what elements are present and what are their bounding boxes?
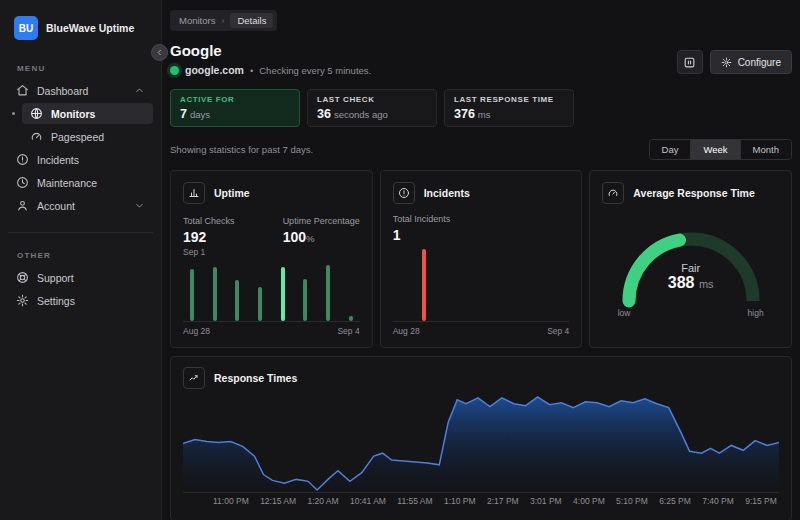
user-icon — [16, 199, 29, 212]
toggle-month[interactable]: Month — [741, 140, 791, 159]
x-axis-tick-label: 10:41 AM — [350, 496, 386, 506]
sidebar-item-label: Support — [37, 272, 74, 284]
metric-value: 192 — [183, 229, 235, 245]
gauge-min-label: low — [618, 308, 631, 318]
card-title: Uptime — [214, 187, 250, 199]
clock-icon — [16, 176, 29, 189]
chart-bar[interactable] — [281, 267, 285, 321]
stat-label: ACTIVE FOR — [180, 95, 290, 104]
stat-unit: days — [190, 109, 210, 120]
stat-unit: ms — [478, 109, 491, 120]
stats-note: Showing statistics for past 7 days. — [170, 144, 313, 155]
x-axis-tick-label: 11:55 AM — [397, 496, 432, 506]
response-times-area-chart[interactable] — [183, 395, 779, 492]
x-axis-tick-label: 12:15 AM — [260, 496, 296, 506]
breadcrumb-monitors[interactable]: Monitors — [179, 15, 215, 26]
chart-bar[interactable] — [190, 269, 194, 321]
sidebar-item-settings[interactable]: Settings — [8, 290, 153, 311]
alert-circle-icon — [393, 182, 415, 204]
stat-last-response-time: LAST RESPONSE TIME 376ms — [444, 89, 574, 127]
sidebar-item-maintenance[interactable]: Maintenance — [8, 172, 153, 193]
breadcrumb: Monitors › Details — [170, 10, 277, 31]
other-section-label: OTHER — [17, 251, 161, 260]
card-title: Response Times — [214, 372, 297, 384]
total-incidents-metric: Total Incidents 1 — [393, 214, 451, 243]
pause-button[interactable] — [677, 50, 703, 74]
monitor-subtitle: google.com • Checking every 5 minutes. — [170, 64, 371, 76]
chart-bar[interactable] — [349, 316, 353, 321]
period-row: Showing statistics for past 7 days. Day … — [170, 139, 792, 160]
brand-name: BlueWave Uptime — [46, 22, 134, 34]
sidebar-item-account[interactable]: Account — [8, 195, 153, 216]
x-axis-tick-label: 7:40 PM — [702, 496, 734, 506]
metric-label: Uptime Percentage — [283, 216, 360, 226]
trend-line-icon — [183, 367, 205, 389]
metric-value: 1 — [393, 227, 451, 243]
sidebar-item-label: Dashboard — [37, 85, 88, 97]
sidebar-nav-other: Support Settings — [0, 267, 161, 311]
speedometer-icon — [30, 130, 43, 143]
incidents-bar-chart[interactable] — [393, 249, 570, 321]
x-axis-tick-label: 11:00 PM — [213, 496, 249, 506]
sidebar-item-label: Maintenance — [37, 177, 97, 189]
sidebar-item-dashboard[interactable]: Dashboard — [8, 80, 153, 101]
sidebar-nav: Dashboard Monitors Pagespeed Incidents M… — [0, 80, 161, 216]
axis-start-label: Aug 28 — [393, 326, 420, 336]
x-axis-tick-label: 6:25 PM — [659, 496, 691, 506]
app-window: BU BlueWave Uptime MENU Dashboard Monito… — [0, 0, 800, 520]
stat-boxes: ACTIVE FOR 7days LAST CHECK 36seconds ag… — [170, 89, 792, 127]
chart-bar[interactable] — [235, 280, 239, 321]
stat-label: LAST CHECK — [317, 95, 427, 104]
response-gauge: Fair 388 ms low high — [616, 220, 766, 316]
stat-active-for: ACTIVE FOR 7days — [170, 89, 300, 127]
x-axis-tick-label: 9:15 PM — [745, 496, 777, 506]
chart-bar[interactable] — [258, 287, 262, 321]
sidebar: BU BlueWave Uptime MENU Dashboard Monito… — [0, 0, 162, 520]
sidebar-item-monitors[interactable]: Monitors — [22, 103, 153, 124]
axis-end-label: Sep 4 — [547, 326, 569, 336]
check-interval-note: Checking every 5 minutes. — [259, 65, 371, 76]
total-checks-metric: Total Checks 192 Sep 1 — [183, 216, 235, 257]
sidebar-collapse-button[interactable] — [151, 44, 168, 61]
chart-bar[interactable] — [326, 265, 330, 321]
menu-section-label: MENU — [17, 64, 161, 73]
x-axis-tick-label: 1:10 PM — [444, 496, 476, 506]
uptime-bar-chart[interactable] — [183, 261, 360, 321]
average-response-time-card: Average Response Time Fair 388 ms low hi… — [589, 170, 792, 348]
toggle-week[interactable]: Week — [691, 140, 740, 159]
chart-bar[interactable] — [213, 267, 217, 321]
lifebuoy-icon — [16, 271, 29, 284]
x-axis-tick-label: 1:20 AM — [307, 496, 338, 506]
chart-bar[interactable] — [422, 249, 426, 321]
hovered-date-label: Sep 1 — [183, 247, 235, 257]
sidebar-item-label: Pagespeed — [51, 131, 104, 143]
sidebar-item-support[interactable]: Support — [8, 267, 153, 288]
toggle-day[interactable]: Day — [650, 140, 692, 159]
monitor-title-block: Google google.com • Checking every 5 min… — [170, 42, 371, 76]
axis-start-label: Aug 28 — [183, 326, 210, 336]
configure-button[interactable]: Configure — [710, 50, 792, 74]
monitor-header: Google google.com • Checking every 5 min… — [170, 42, 792, 76]
configure-label: Configure — [738, 57, 781, 68]
x-axis-tick-label: 4:00 PM — [573, 496, 605, 506]
period-toggle: Day Week Month — [649, 139, 792, 160]
incidents-card: Incidents Total Incidents 1 Aug 28 Sep 4 — [380, 170, 583, 348]
pause-icon — [683, 56, 696, 69]
metric-value: 100 — [283, 229, 306, 245]
gear-icon — [16, 294, 29, 307]
globe-icon — [30, 107, 43, 120]
home-icon — [16, 84, 29, 97]
sidebar-item-incidents[interactable]: Incidents — [8, 149, 153, 170]
metric-label: Total Incidents — [393, 214, 451, 224]
monitor-host[interactable]: google.com — [185, 64, 244, 76]
axis-end-label: Sep 4 — [337, 326, 359, 336]
stat-last-check: LAST CHECK 36seconds ago — [307, 89, 437, 127]
chart-bar[interactable] — [303, 279, 307, 321]
sidebar-item-pagespeed[interactable]: Pagespeed — [22, 126, 153, 147]
bullet-separator: • — [250, 65, 253, 76]
x-axis-tick-label: 3:01 PM — [530, 496, 562, 506]
metric-unit: % — [306, 233, 314, 244]
sidebar-item-label: Account — [37, 200, 75, 212]
bar-chart-icon — [183, 182, 205, 204]
stat-unit: seconds ago — [334, 109, 388, 120]
